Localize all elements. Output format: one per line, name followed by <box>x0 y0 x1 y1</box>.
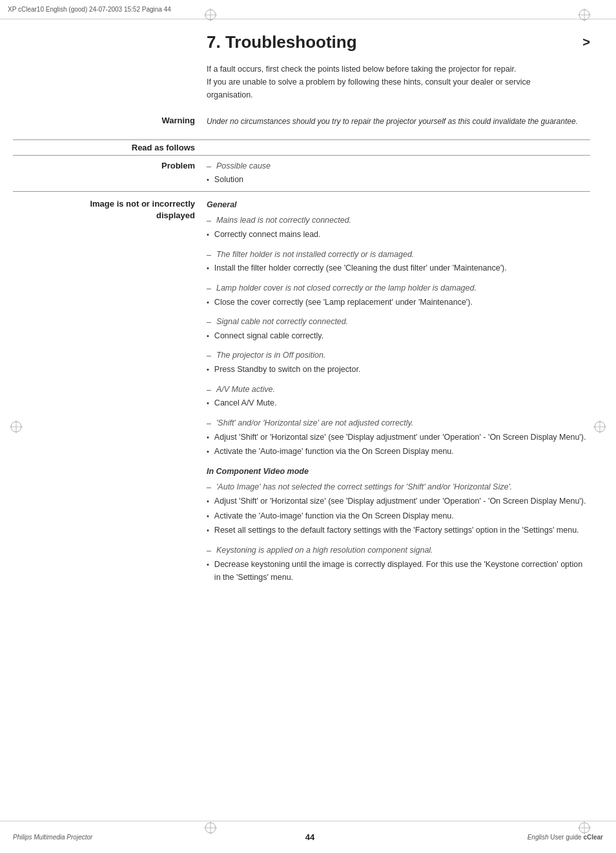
item-keystoning: – Keystoning is applied on a high resolu… <box>207 544 590 584</box>
intro-text: If a fault occurs, first check the point… <box>207 63 590 101</box>
image-section-label: Image is not or incorrectly displayed <box>13 197 207 591</box>
warning-label: Warning <box>13 116 207 128</box>
dash-symbol: – <box>207 160 211 174</box>
chapter-arrow: > <box>582 35 590 50</box>
bullet-symbol: • <box>207 174 209 185</box>
item-shift-horizontal: – 'Shift' and/or 'Horizontal size' are n… <box>207 416 590 458</box>
main-layout: 7. Troubleshooting > If a fault occurs, … <box>0 19 616 642</box>
chapter-title-row: 7. Troubleshooting > <box>13 32 590 52</box>
problem-dash-line: – Possible cause <box>207 159 590 174</box>
read-as-follows-label: Read as follows <box>13 143 207 152</box>
footer: Philips Multimedia Projector 44 English … <box>0 821 616 853</box>
chapter-title: 7. Troubleshooting <box>207 32 357 52</box>
component-video-section: In Component Video mode – 'Auto Image' h… <box>207 465 590 537</box>
footer-brand: Philips Multimedia Projector <box>13 834 92 841</box>
image-section-content: General – Mains lead is not correctly co… <box>207 197 590 591</box>
problem-bullet-line: • Solution <box>207 173 590 187</box>
footer-page-number: 44 <box>92 832 527 842</box>
item-mains-lead: – Mains lead is not correctly connected.… <box>207 214 590 241</box>
item-filter-holder: – The filter holder is not installed cor… <box>207 248 590 275</box>
image-not-displayed-section: Image is not or incorrectly displayed Ge… <box>13 197 590 591</box>
general-label: General <box>207 198 590 212</box>
header-text: XP cClear10 English (good) 24-07-2003 15… <box>8 6 171 13</box>
problem-header-row: Problem – Possible cause • Solution <box>13 155 590 192</box>
item-off-position: – The projector is in Off position. • Pr… <box>207 349 590 376</box>
footer-product: English User guide cClear <box>528 834 603 841</box>
component-video-label: In Component Video mode <box>207 465 590 478</box>
item-signal-cable: – Signal cable not correctly connected. … <box>207 315 590 342</box>
divider-1 <box>13 139 590 140</box>
problem-col-content: – Possible cause • Solution <box>207 159 590 187</box>
problem-col-label: Problem <box>13 159 207 187</box>
header-bar: XP cClear10 English (good) 24-07-2003 15… <box>0 0 616 19</box>
item-av-mute: – A/V Mute active. • Cancel A/V Mute. <box>207 383 590 410</box>
item-lamp-holder: – Lamp holder cover is not closed correc… <box>207 282 590 309</box>
page-container: XP cClear10 English (good) 24-07-2003 15… <box>0 0 616 853</box>
warning-text: Under no circumstances should you try to… <box>207 116 590 128</box>
read-as-follows-row: Read as follows <box>13 143 590 152</box>
warning-row: Warning Under no circumstances should yo… <box>13 116 590 128</box>
intro-section: If a fault occurs, first check the point… <box>13 63 590 101</box>
